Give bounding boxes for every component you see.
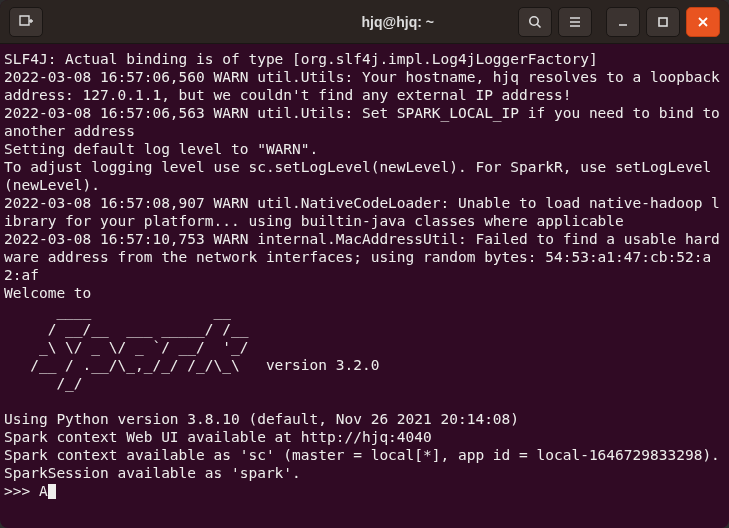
- new-tab-icon: [18, 14, 34, 30]
- search-button[interactable]: [518, 7, 552, 37]
- log-line: 2022-03-08 16:57:06,560 WARN util.Utils:…: [4, 69, 729, 103]
- minimize-button[interactable]: [606, 7, 640, 37]
- close-button[interactable]: [686, 7, 720, 37]
- search-icon: [527, 14, 543, 30]
- window-title: hjq@hjq: ~: [281, 14, 516, 30]
- hamburger-icon: [567, 14, 583, 30]
- minimize-icon: [615, 14, 631, 30]
- spark-ascii-logo: ____ __ / __/__ ___ _____/ /__ _\ \/ _ \…: [4, 303, 379, 391]
- titlebar: hjq@hjq: ~: [0, 0, 729, 44]
- maximize-button[interactable]: [646, 7, 680, 37]
- close-icon: [695, 14, 711, 30]
- svg-rect-1: [659, 18, 667, 26]
- log-line: 2022-03-08 16:57:06,563 WARN util.Utils:…: [4, 105, 729, 139]
- log-line: SparkSession available as 'spark'.: [4, 465, 301, 481]
- log-line: 2022-03-08 16:57:10,753 WARN internal.Ma…: [4, 231, 720, 283]
- menu-button[interactable]: [558, 7, 592, 37]
- log-line: 2022-03-08 16:57:08,907 WARN util.Native…: [4, 195, 720, 229]
- log-line: Spark context Web UI available at http:/…: [4, 429, 432, 445]
- maximize-icon: [655, 14, 671, 30]
- cursor: [48, 484, 56, 499]
- svg-point-0: [530, 16, 538, 24]
- new-tab-button[interactable]: [9, 7, 43, 37]
- repl-input[interactable]: A: [39, 483, 48, 499]
- log-line: Welcome to: [4, 285, 91, 301]
- terminal-output[interactable]: SLF4J: Actual binding is of type [org.sl…: [0, 44, 729, 528]
- terminal-window: hjq@hjq: ~ SLF4J: Actual binding is of t…: [0, 0, 729, 528]
- log-line: SLF4J: Actual binding is of type [org.sl…: [4, 51, 598, 67]
- log-line: Using Python version 3.8.10 (default, No…: [4, 411, 519, 427]
- log-line: Setting default log level to "WARN".: [4, 141, 318, 157]
- log-line: Spark context available as 'sc' (master …: [4, 447, 720, 463]
- log-line: To adjust logging level use sc.setLogLev…: [4, 159, 711, 193]
- prompt: >>>: [4, 483, 39, 499]
